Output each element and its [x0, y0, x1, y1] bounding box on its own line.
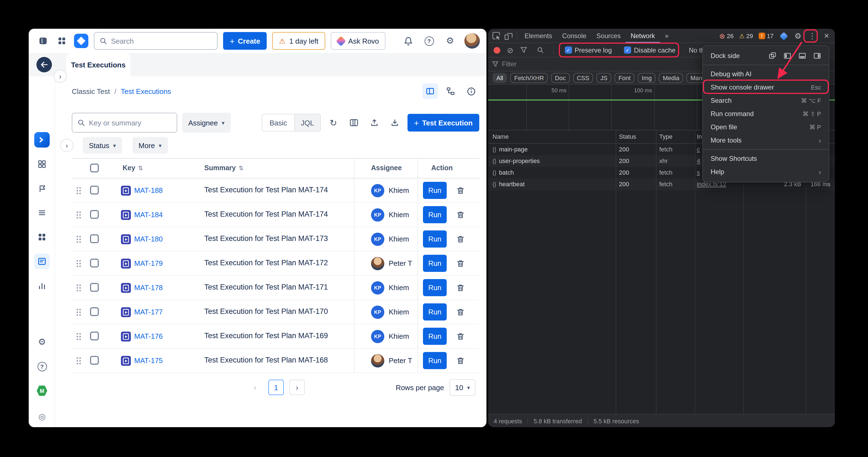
row-checkbox[interactable]	[90, 307, 99, 316]
basic-mode-button[interactable]: Basic	[262, 114, 294, 131]
name-column-header[interactable]: Name	[493, 133, 509, 140]
menu-item-debug-with-ai[interactable]: Debug with AI	[703, 67, 829, 81]
chip-img[interactable]: Img	[638, 73, 656, 83]
device-toolbar-icon[interactable]	[502, 30, 515, 42]
menu-item-show-shortcuts[interactable]: Show Shortcuts	[703, 152, 829, 165]
row-checkbox[interactable]	[90, 356, 99, 365]
help-icon[interactable]: ?	[423, 34, 436, 48]
inspect-element-icon[interactable]	[490, 30, 502, 42]
issue-key-link[interactable]: MAT-180	[134, 235, 163, 243]
error-count[interactable]: ⊗ 26	[717, 32, 735, 40]
previous-page-button[interactable]: ‹	[247, 380, 263, 395]
chip-css[interactable]: CSS	[573, 73, 593, 83]
select-all-checkbox[interactable]	[90, 164, 99, 172]
sidebar-test-executions-icon[interactable]	[34, 254, 50, 269]
import-icon[interactable]	[366, 115, 382, 131]
issue-key-link[interactable]: MAT-177	[134, 308, 163, 316]
delete-button[interactable]	[454, 184, 467, 197]
request-initiator-link[interactable]: s	[697, 167, 700, 178]
key-summary-search[interactable]	[72, 113, 177, 133]
sidebar-settings-icon[interactable]: ⚙	[34, 334, 50, 350]
issues-count[interactable]: ! 17	[757, 33, 776, 39]
menu-item-dock-side[interactable]: Dock side	[703, 49, 829, 62]
next-page-button[interactable]: ›	[289, 380, 305, 395]
run-button[interactable]: Run	[423, 255, 447, 272]
breadcrumb-current-link[interactable]: Test Executions	[121, 87, 171, 95]
app-switcher-icon[interactable]	[55, 34, 68, 48]
chip-all[interactable]: All	[493, 73, 507, 83]
drag-handle-icon[interactable]	[75, 210, 81, 219]
more-filters-dropdown[interactable]: More ▾	[132, 137, 167, 153]
chip-doc[interactable]: Doc	[551, 73, 569, 83]
filter-panel-expand-button[interactable]: ›	[60, 139, 73, 152]
info-icon[interactable]	[463, 83, 479, 99]
delete-button[interactable]	[454, 208, 467, 222]
row-checkbox[interactable]	[90, 259, 99, 267]
ask-rovo-button[interactable]: Ask Rovo	[331, 32, 385, 50]
request-initiator-link[interactable]: c	[697, 144, 700, 155]
run-button[interactable]: Run	[423, 352, 447, 369]
column-divider[interactable]	[616, 131, 616, 414]
row-checkbox[interactable]	[90, 283, 99, 292]
row-checkbox[interactable]	[90, 210, 99, 219]
issue-key-link[interactable]: MAT-184	[134, 210, 163, 219]
tree-view-icon[interactable]	[443, 83, 458, 99]
more-tabs-icon[interactable]: »	[660, 29, 673, 43]
row-checkbox[interactable]	[90, 234, 99, 243]
sidebar-feedback-icon[interactable]: ◎	[34, 409, 50, 424]
status-filter-dropdown[interactable]: Status ▾	[83, 137, 122, 153]
run-button[interactable]: Run	[423, 279, 447, 296]
chip-media[interactable]: Media	[659, 73, 683, 83]
sidebar-apps-icon[interactable]	[34, 229, 50, 245]
jira-logo-icon[interactable]	[74, 34, 88, 48]
drag-handle-icon[interactable]	[75, 186, 81, 195]
devtools-settings-icon[interactable]: ⚙	[792, 30, 804, 42]
filter-icon[interactable]	[518, 44, 530, 56]
search-network-icon[interactable]	[534, 44, 546, 56]
split-view-icon[interactable]	[423, 83, 438, 99]
devtools-more-options-icon[interactable]: ⋮	[806, 30, 818, 42]
preserve-log-checkbox[interactable]: ✓ Preserve log	[565, 46, 612, 54]
sidebar-flag-icon[interactable]	[34, 181, 50, 196]
issue-key-link[interactable]: MAT-188	[134, 186, 163, 195]
delete-button[interactable]	[454, 233, 467, 246]
delete-button[interactable]	[454, 281, 467, 294]
request-initiator-link[interactable]: 4	[697, 155, 700, 167]
menu-item-open-file[interactable]: Open file ⌘ P	[703, 120, 829, 134]
tab-network[interactable]: Network	[626, 29, 660, 43]
issue-key-link[interactable]: MAT-178	[134, 284, 163, 292]
drag-handle-icon[interactable]	[75, 332, 81, 341]
menu-item-show-console-drawer[interactable]: Show console drawer Esc	[703, 81, 829, 94]
summary-column-header[interactable]: Summary⇅	[204, 164, 244, 172]
dock-bottom-icon[interactable]	[799, 52, 806, 60]
new-test-execution-button[interactable]: + Test Execution	[407, 114, 479, 132]
ai-assistance-icon[interactable]	[777, 30, 789, 42]
settings-gear-icon[interactable]: ⚙	[443, 34, 457, 48]
run-button[interactable]: Run	[423, 206, 447, 223]
delete-button[interactable]	[454, 257, 467, 270]
chip-fetch-xhr[interactable]: Fetch/XHR	[510, 73, 548, 83]
row-checkbox[interactable]	[90, 332, 99, 340]
run-button[interactable]: Run	[423, 328, 447, 345]
run-button[interactable]: Run	[423, 304, 447, 320]
clear-network-log-icon[interactable]: ⊘	[507, 46, 513, 54]
warning-count[interactable]: ⚠ 29	[737, 32, 754, 39]
initiator-column-header[interactable]: In	[697, 133, 702, 140]
dock-right-icon[interactable]	[813, 52, 821, 60]
menu-item-search[interactable]: Search ⌘ ⌥ F	[703, 94, 829, 107]
sidebar-marketplace-icon[interactable]: M	[34, 383, 50, 398]
issue-key-link[interactable]: MAT-175	[134, 356, 163, 365]
delete-button[interactable]	[454, 306, 467, 319]
rows-per-page-select[interactable]: 10 ▾	[450, 379, 475, 396]
delete-button[interactable]	[454, 330, 467, 343]
drag-handle-icon[interactable]	[75, 308, 81, 317]
menu-item-run-command[interactable]: Run command ⌘ ⇧ P	[703, 107, 829, 120]
run-button[interactable]: Run	[423, 230, 447, 248]
issue-key-link[interactable]: MAT-176	[134, 332, 163, 340]
chip-js[interactable]: JS	[596, 73, 611, 83]
status-column-header[interactable]: Status	[619, 133, 636, 140]
tab-elements[interactable]: Elements	[520, 29, 557, 43]
key-summary-input[interactable]	[89, 118, 172, 127]
row-checkbox[interactable]	[90, 186, 99, 195]
sidebar-grid-icon[interactable]	[34, 156, 50, 172]
